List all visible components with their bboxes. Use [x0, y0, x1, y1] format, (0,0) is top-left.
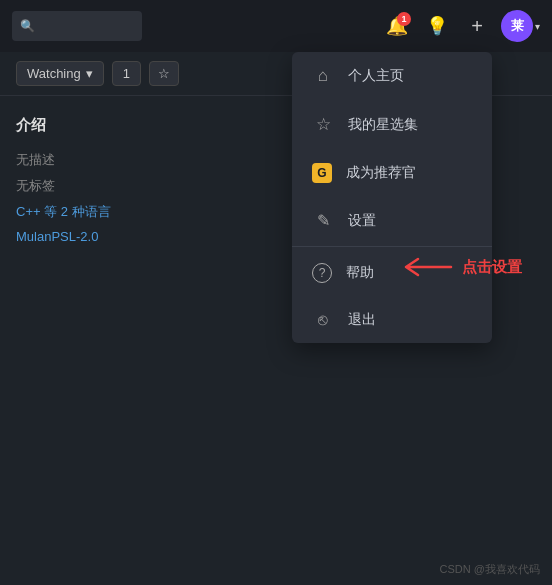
- menu-item-home[interactable]: ⌂ 个人主页: [292, 52, 492, 100]
- watching-label: Watching: [27, 66, 81, 81]
- menu-label-stars: 我的星选集: [348, 116, 418, 134]
- avatar: 莱: [501, 10, 533, 42]
- menu-label-settings: 设置: [348, 212, 376, 230]
- watermark: CSDN @我喜欢代码: [440, 562, 540, 577]
- menu-item-help[interactable]: ? 帮助: [292, 249, 492, 297]
- search-icon: 🔍: [20, 19, 35, 33]
- avatar-menu-trigger[interactable]: 莱 ▾: [501, 10, 540, 42]
- lightbulb-button[interactable]: 💡: [421, 10, 453, 42]
- help-icon: ?: [312, 263, 332, 283]
- settings-icon: ✎: [312, 211, 334, 230]
- create-button[interactable]: +: [461, 10, 493, 42]
- menu-divider: [292, 246, 492, 247]
- notification-button[interactable]: 🔔 1: [381, 10, 413, 42]
- search-box[interactable]: 🔍: [12, 11, 142, 41]
- watermark-text: CSDN @我喜欢代码: [440, 563, 540, 575]
- license-link[interactable]: MulanPSL-2.0: [16, 229, 98, 244]
- menu-label-home: 个人主页: [348, 67, 404, 85]
- bulb-icon: 💡: [426, 15, 448, 37]
- watching-button[interactable]: Watching ▾: [16, 61, 104, 86]
- avatar-caret: ▾: [535, 21, 540, 32]
- plus-icon: +: [471, 15, 483, 38]
- notification-badge: 1: [397, 12, 411, 26]
- avatar-label: 莱: [511, 17, 524, 35]
- star-menu-icon: ☆: [312, 114, 334, 135]
- watching-caret: ▾: [86, 66, 93, 81]
- language-link[interactable]: C++ 等 2 种语言: [16, 204, 111, 219]
- menu-label-guild: 成为推荐官: [346, 164, 416, 182]
- star-button[interactable]: ☆: [149, 61, 179, 86]
- menu-item-guild[interactable]: G 成为推荐官: [292, 149, 492, 197]
- user-dropdown-menu: ⌂ 个人主页 ☆ 我的星选集 G 成为推荐官 ✎ 设置 ? 帮助 ⎋ 退出: [292, 52, 492, 343]
- menu-item-logout[interactable]: ⎋ 退出: [292, 297, 492, 343]
- header-icons: 🔔 1 💡 + 莱 ▾: [381, 10, 540, 42]
- star-icon: ☆: [158, 66, 170, 81]
- menu-item-settings[interactable]: ✎ 设置: [292, 197, 492, 244]
- header-bar: 🔍 🔔 1 💡 + 莱 ▾: [0, 0, 552, 52]
- menu-item-stars[interactable]: ☆ 我的星选集: [292, 100, 492, 149]
- menu-label-logout: 退出: [348, 311, 376, 329]
- menu-label-help: 帮助: [346, 264, 374, 282]
- logout-icon: ⎋: [312, 311, 334, 329]
- guild-icon: G: [312, 163, 332, 183]
- watch-count: 1: [112, 61, 141, 86]
- home-icon: ⌂: [312, 66, 334, 86]
